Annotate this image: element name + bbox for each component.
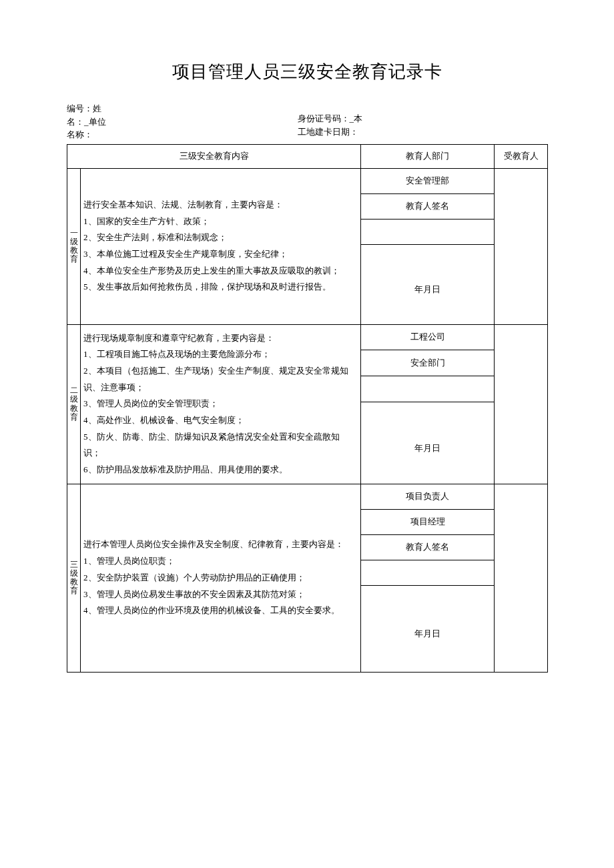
dept-cell	[361, 219, 495, 244]
dept-cell: 项目经理	[361, 509, 495, 534]
meta-line: 工地建卡日期：	[298, 125, 547, 139]
table-header-row: 三级安全教育内容 教育人部门 受教育人	[67, 144, 548, 168]
meta-line: 身份证号码：_本	[298, 112, 547, 125]
level3-label: 三级教育	[67, 484, 81, 672]
date-cell: 年月日	[361, 402, 495, 484]
table-row: 三级教育 进行本管理人员岗位安全操作及安全制度、纪律教育，主要内容是： 1、管理…	[67, 484, 548, 509]
person-cell	[495, 324, 548, 484]
level1-label: 一级教育	[67, 168, 81, 324]
header-dept: 教育人部门	[361, 144, 495, 168]
meta-line: 编号：姓	[67, 102, 298, 115]
page: 项目管理人员三级安全教育记录卡 编号：姓 名：_单位 名称： 身份证号码：_本 …	[0, 0, 614, 868]
level3-content: 进行本管理人员岗位安全操作及安全制度、纪律教育，主要内容是： 1、管理人员岗位职…	[81, 484, 361, 672]
dept-cell: 安全管理部	[361, 168, 495, 193]
level1-content: 进行安全基本知识、法规、法制教育，主要内容是： 1、国家的安全生产方针、政策； …	[81, 168, 361, 324]
table-row: 二级教育 进行现场规章制度和遵章守纪教育，主要内容是： 1、工程项目施工特点及现…	[67, 324, 548, 350]
person-cell	[495, 484, 548, 672]
level2-label: 二级教育	[67, 324, 81, 484]
person-cell	[495, 168, 548, 324]
meta-line: 名称：	[67, 128, 298, 141]
dept-cell: 项目负责人	[361, 484, 495, 509]
dept-cell: 安全部门	[361, 350, 495, 376]
dept-cell	[361, 376, 495, 402]
dept-cell: 教育人签名	[361, 193, 495, 219]
record-table: 三级安全教育内容 教育人部门 受教育人 一级教育 进行安全基本知识、法规、法制教…	[67, 144, 548, 673]
header-person: 受教育人	[495, 144, 548, 168]
dept-cell: 教育人签名	[361, 534, 495, 560]
level2-content: 进行现场规章制度和遵章守纪教育，主要内容是： 1、工程项目施工特点及现场的主要危…	[81, 324, 361, 484]
dept-cell: 工程公司	[361, 324, 495, 350]
dept-cell	[361, 560, 495, 585]
meta-line: 名：_单位	[67, 115, 298, 129]
header-content: 三级安全教育内容	[67, 144, 361, 168]
meta-block: 编号：姓 名：_单位 名称： 身份证号码：_本 工地建卡日期：	[67, 102, 547, 141]
date-cell: 年月日	[361, 244, 495, 324]
table-row: 一级教育 进行安全基本知识、法规、法制教育，主要内容是： 1、国家的安全生产方针…	[67, 168, 548, 193]
date-cell: 年月日	[361, 585, 495, 672]
meta-left: 编号：姓 名：_单位 名称：	[67, 102, 298, 141]
meta-right: 身份证号码：_本 工地建卡日期：	[298, 102, 547, 141]
page-title: 项目管理人员三级安全教育记录卡	[67, 60, 547, 83]
